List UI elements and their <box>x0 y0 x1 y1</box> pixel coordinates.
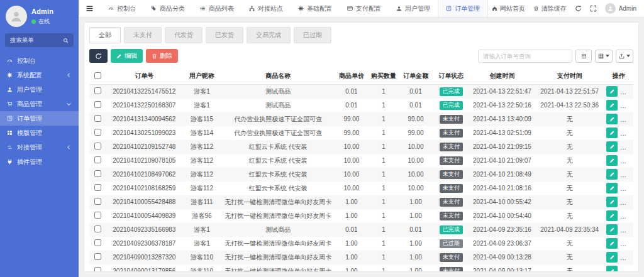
row-checkbox[interactable] <box>94 239 101 246</box>
edit-button[interactable]: 编辑 <box>111 49 143 63</box>
row-checkbox[interactable] <box>94 129 101 136</box>
row-edit-button[interactable] <box>606 266 618 272</box>
row-delete-button[interactable] <box>621 86 632 97</box>
row-delete-button[interactable] <box>621 128 632 138</box>
filter-tab-all[interactable]: 全部 <box>89 27 121 43</box>
row-delete-button[interactable] <box>621 141 632 152</box>
amount-cell: 10.00 <box>398 140 433 154</box>
sidebar-item-goods-mgmt[interactable]: 商品管理 <box>0 97 79 111</box>
sidebar-item-dock-mgmt[interactable]: 对接管理 <box>0 140 79 155</box>
sidebar-user-block: Admin 在线 <box>0 0 79 31</box>
hamburger-menu-icon[interactable] <box>79 4 101 13</box>
product-cell: 无打扰一键检测清理微信单向好友周卡 <box>222 251 334 264</box>
row-checkbox[interactable] <box>94 184 101 191</box>
refresh-icon[interactable] <box>575 5 582 12</box>
row-checkbox[interactable] <box>94 87 101 94</box>
row-checkbox[interactable] <box>94 101 101 108</box>
filter-tab-expired[interactable]: 已过期 <box>294 27 331 43</box>
row-delete-button[interactable] <box>621 252 632 263</box>
sidebar-item-system-config[interactable]: 系统配置 <box>0 68 79 82</box>
row-edit-button[interactable] <box>606 210 618 221</box>
created-time-cell: 2021-04-09 00:13:17 <box>469 264 536 273</box>
top-tab-pay-config[interactable]: 支付配置 <box>340 0 389 17</box>
sidebar-item-label: 插件管理 <box>17 158 42 166</box>
trash-icon <box>624 268 630 272</box>
top-tab-order-mgmt[interactable]: 订单管理 <box>438 0 488 17</box>
row-edit-button[interactable] <box>606 128 618 138</box>
topbar-user-menu[interactable]: Admin <box>605 3 636 14</box>
row-checkbox[interactable] <box>94 253 101 260</box>
sidebar-item-order-mgmt[interactable]: 订单管理 <box>0 111 79 126</box>
row-edit-button[interactable] <box>606 252 618 263</box>
top-tab-label: 用户管理 <box>405 4 430 13</box>
top-tab-base-config[interactable]: 基础配置 <box>291 0 340 17</box>
row-edit-button[interactable] <box>606 169 618 180</box>
refresh-button[interactable] <box>89 49 108 63</box>
filter-tab-completed[interactable]: 交易完成 <box>247 27 291 43</box>
row-checkbox[interactable] <box>94 170 101 177</box>
fullscreen-icon[interactable] <box>590 5 597 12</box>
paid-time-cell: 无 <box>535 237 604 251</box>
top-tab-goods-list[interactable]: 商品列表 <box>192 0 242 17</box>
filter-tab-to-ship[interactable]: 代发货 <box>165 27 203 43</box>
trash-icon <box>624 213 630 219</box>
amount-cell: 10.00 <box>398 168 433 182</box>
select-all-checkbox[interactable] <box>94 72 101 79</box>
toggle-view-button[interactable] <box>575 50 592 63</box>
row-delete-button[interactable] <box>621 100 632 111</box>
sidebar-item-console[interactable]: 控制台 <box>0 53 79 68</box>
column-header: 订单状态 <box>433 68 469 85</box>
menu-search-input[interactable]: 搜索菜单 <box>5 33 74 47</box>
columns-button[interactable] <box>595 50 613 63</box>
order-search-input[interactable] <box>478 50 572 63</box>
row-edit-button[interactable] <box>606 86 618 97</box>
row-checkbox[interactable] <box>94 225 101 232</box>
row-edit-button[interactable] <box>606 197 618 207</box>
top-tab-label: 商品分类 <box>160 4 185 13</box>
row-delete-button[interactable] <box>621 155 632 166</box>
row-delete-button[interactable] <box>621 238 632 249</box>
row-edit-button[interactable] <box>606 238 618 249</box>
row-checkbox[interactable] <box>94 115 101 122</box>
row-edit-button[interactable] <box>606 100 618 111</box>
row-edit-button[interactable] <box>606 141 618 152</box>
row-checkbox[interactable] <box>94 156 101 163</box>
export-button[interactable] <box>616 50 633 63</box>
sidebar-item-user-mgmt[interactable]: 用户管理 <box>0 82 79 97</box>
row-delete-button[interactable] <box>621 210 632 221</box>
status-badge: 未支付 <box>440 115 463 124</box>
row-edit-button[interactable] <box>606 183 618 193</box>
pencil-icon <box>609 158 615 163</box>
sidebar-item-plugin-mgmt[interactable]: 插件管理 <box>0 155 79 169</box>
clear-cache-link[interactable]: 清除缓存 <box>533 4 567 13</box>
order-no-cell: 202104100054409839 <box>107 209 182 223</box>
sidebar-item-template-mgmt[interactable]: 模版管理 <box>0 126 79 140</box>
created-time-cell: 2021-04-13 22:50:16 <box>469 99 536 112</box>
row-delete-button[interactable] <box>621 224 632 235</box>
product-cell: 红盟云卡系统 代安装 <box>222 182 334 195</box>
row-checkbox[interactable] <box>94 143 101 149</box>
site-home-link[interactable]: 网站首页 <box>492 4 525 13</box>
row-checkbox[interactable] <box>94 212 101 219</box>
row-edit-button[interactable] <box>606 155 618 166</box>
top-tab-user-mgmt[interactable]: 用户管理 <box>389 0 438 17</box>
status-badge: 已完成 <box>440 225 463 234</box>
row-delete-button[interactable] <box>621 266 632 272</box>
filter-tab-shipped[interactable]: 已发货 <box>206 27 243 43</box>
row-delete-button[interactable] <box>621 197 632 207</box>
row-delete-button[interactable] <box>621 183 632 193</box>
row-edit-button[interactable] <box>606 114 618 124</box>
filter-tab-unpaid[interactable]: 未支付 <box>124 27 162 43</box>
row-checkbox[interactable] <box>94 267 101 272</box>
top-tab-console[interactable]: 控制台 <box>101 0 143 17</box>
row-delete-button[interactable] <box>621 169 632 180</box>
top-tab-dock-site[interactable]: 对接站点 <box>242 0 291 17</box>
edit-button-label: 编辑 <box>125 52 137 60</box>
status-badge: 未支付 <box>440 212 463 220</box>
row-edit-button[interactable] <box>606 224 618 235</box>
top-tab-goods-cat[interactable]: 商品分类 <box>143 0 192 17</box>
order-no-cell: 202104090013179856 <box>107 264 182 273</box>
delete-button[interactable]: 删除 <box>146 49 178 63</box>
row-delete-button[interactable] <box>621 114 632 124</box>
row-checkbox[interactable] <box>94 198 101 205</box>
